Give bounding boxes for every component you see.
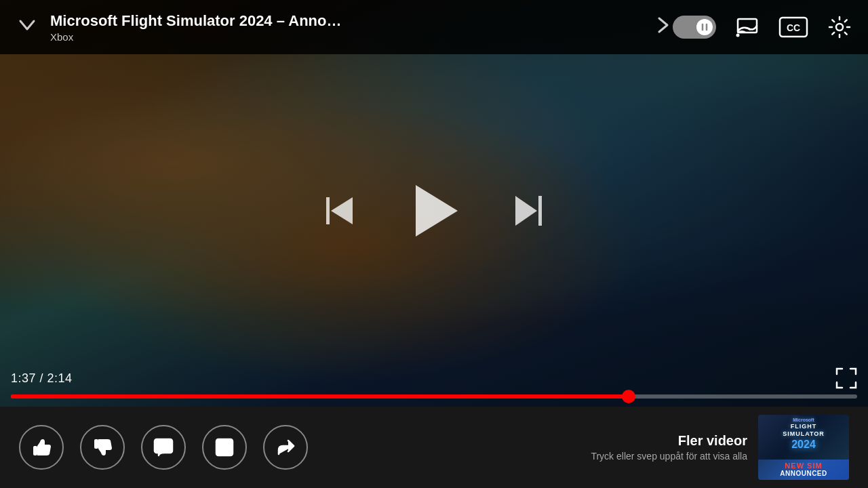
cast-button[interactable] — [735, 15, 760, 39]
more-videos-title: Fler videor — [591, 433, 747, 449]
svg-rect-0 — [702, 24, 704, 30]
add-to-playlist-button[interactable] — [202, 425, 247, 470]
badge-announced: ANNOUNCED — [780, 470, 827, 477]
svg-rect-7 — [33, 446, 37, 455]
thumbnail-badge: NEW SIM ANNOUNCED — [758, 460, 849, 480]
svg-rect-8 — [94, 439, 98, 449]
pause-toggle[interactable] — [673, 16, 716, 39]
svg-point-6 — [836, 24, 843, 30]
time-row: 1:37 / 2:14 — [11, 367, 857, 389]
video-bottom-controls: 1:37 / 2:14 — [0, 367, 868, 407]
bottom-bar: Fler videor Tryck eller svep uppåt för a… — [0, 407, 868, 488]
next-video-button[interactable] — [654, 16, 673, 39]
more-videos-text: Fler videor Tryck eller svep uppåt för a… — [591, 433, 747, 462]
svg-rect-9 — [155, 439, 172, 453]
skip-to-start-button[interactable] — [326, 197, 353, 224]
play-button[interactable] — [407, 184, 461, 238]
thumbnail-year: 2024 — [762, 438, 845, 451]
comment-button[interactable] — [141, 425, 186, 470]
progress-thumb[interactable] — [622, 390, 635, 403]
fullscreen-button[interactable] — [835, 367, 857, 389]
progress-bar[interactable] — [11, 394, 857, 399]
skip-next-button[interactable] — [515, 196, 542, 226]
channel-name: Xbox — [50, 31, 647, 43]
svg-point-3 — [736, 34, 740, 37]
controls-overlay: 1:37 / 2:14 — [0, 0, 868, 407]
video-title-block: Microsoft Flight Simulator 2024 – Anno… … — [50, 12, 647, 43]
pause-icon — [696, 19, 713, 35]
svg-rect-1 — [706, 24, 708, 30]
action-buttons — [19, 425, 308, 470]
progress-fill — [11, 394, 629, 399]
share-button[interactable] — [263, 425, 308, 470]
svg-rect-2 — [738, 19, 757, 33]
more-videos-section[interactable]: Fler videor Tryck eller svep uppåt för a… — [591, 415, 849, 480]
more-videos-subtitle: Tryck eller svep uppåt för att visa alla — [591, 451, 747, 462]
badge-new-sim: NEW SIM — [785, 462, 822, 470]
top-bar: Microsoft Flight Simulator 2024 – Anno… … — [0, 0, 868, 54]
dislike-button[interactable] — [80, 425, 125, 470]
like-button[interactable] — [19, 425, 64, 470]
cc-button[interactable]: CC — [778, 15, 808, 39]
top-icons: CC — [673, 15, 852, 39]
center-controls — [0, 54, 868, 367]
time-display: 1:37 / 2:14 — [11, 371, 73, 386]
collapse-button[interactable] — [16, 14, 38, 41]
settings-button[interactable] — [827, 15, 852, 39]
video-area[interactable]: 1:37 / 2:14 — [0, 0, 868, 407]
svg-text:CC: CC — [787, 22, 800, 33]
video-title: Microsoft Flight Simulator 2024 – Anno… — [50, 12, 525, 30]
next-video-thumbnail[interactable]: Microsoft FLIGHT SIMULATOR 2024 NEW SIM … — [758, 415, 849, 480]
